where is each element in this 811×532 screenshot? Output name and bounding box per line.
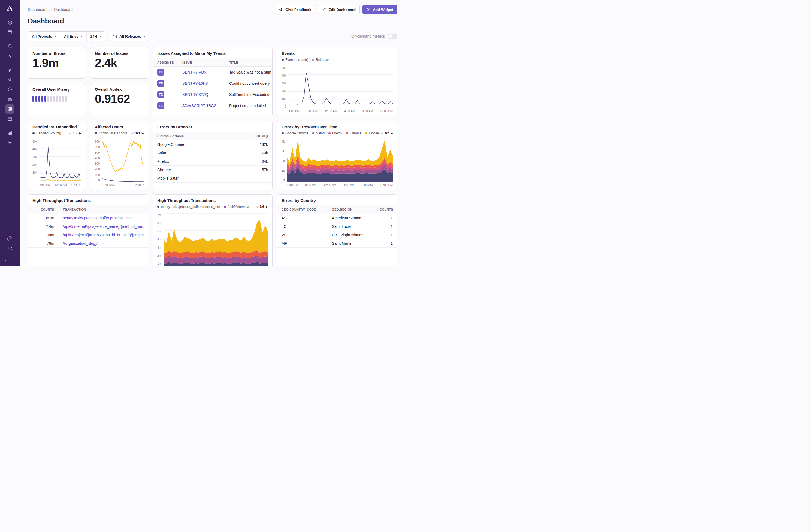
column-header: GEO.REGION xyxy=(327,206,375,214)
project-filter[interactable]: All Projects ▾ xyxy=(28,32,60,41)
transaction-link[interactable]: /api/0/projects/{organization_id_or_slug… xyxy=(63,233,143,237)
issue-link[interactable]: SENTRY-16H8 xyxy=(182,81,208,86)
environment-filter[interactable]: All Envs ▾ xyxy=(60,32,87,41)
legend-label: Google Chrome xyxy=(285,131,308,135)
legend-item[interactable]: sentry.tasks.process_buffer.process_incr xyxy=(157,205,220,209)
legend-item[interactable]: Chrome xyxy=(346,131,362,135)
country-region: U.S. Virgin Islands xyxy=(327,231,375,239)
transaction-link[interactable]: sentry.tasks.process_buffer.process_incr xyxy=(63,216,132,220)
sidebar-item-releases[interactable] xyxy=(5,114,14,123)
pager-prev-icon[interactable]: ◀ xyxy=(380,132,382,135)
legend-item[interactable]: Events : count() xyxy=(281,58,308,62)
legend-item[interactable]: /api/0/internal/r xyxy=(224,205,249,209)
widget-title: High Throughput Transactions xyxy=(32,198,143,203)
issue-link[interactable]: JAVASCRIPT-1BG2 xyxy=(182,104,216,108)
widget-apdex: Overall Apdex 0.9162 xyxy=(90,83,148,116)
country-count: 1 xyxy=(375,231,397,239)
legend-label: Firefox xyxy=(332,131,342,135)
transaction-link[interactable]: /api/0/internal/rpc/{service_name}/{meth… xyxy=(63,224,144,229)
give-feedback-button[interactable]: Give Feedback xyxy=(275,5,315,14)
widget-errors-by-browser-over-time: Errors by Browser Over Time Google Chrom… xyxy=(277,121,397,190)
table-row: 114m /api/0/internal/rpc/{service_name}/… xyxy=(28,223,148,231)
time-range-filter[interactable]: 24H ▾ xyxy=(87,32,105,41)
country-region: Saint Martin xyxy=(327,239,375,248)
pager-prev-icon[interactable]: ◀ xyxy=(69,132,71,135)
legend-item[interactable]: Google Chrome xyxy=(281,131,308,135)
legend-item[interactable]: Known Users : cour xyxy=(95,131,127,135)
table-row: LC Saint Lucia 1 xyxy=(277,223,397,231)
legend-label: Events : count() xyxy=(285,58,308,62)
sidebar-item-performance[interactable] xyxy=(5,51,14,61)
sidebar-item-stats[interactable] xyxy=(5,128,14,137)
legend-label: /api/0/internal/r xyxy=(228,205,249,209)
issue-link[interactable]: SENTRY-32ZQ xyxy=(182,92,208,97)
legend: Handled : count() xyxy=(32,131,69,135)
errors-by-country-table: GEO.COUNTRY_CODE GEO.REGION COUNT() AS A… xyxy=(277,205,397,248)
pager-prev-icon[interactable]: ◀ xyxy=(256,206,258,208)
table-row: Firefox 64k xyxy=(153,157,272,166)
sidebar-item-projects[interactable] xyxy=(5,28,14,37)
sidebar-item-dashboards[interactable] xyxy=(5,104,14,113)
issue-link[interactable]: SENTRY-VD5 xyxy=(182,70,206,74)
legend-item[interactable]: Handled : count() xyxy=(32,131,61,135)
release-filter[interactable]: All Releases ▾ xyxy=(109,32,149,41)
transaction-count: 367m xyxy=(28,214,59,223)
widget-title: Number of Issues xyxy=(95,51,143,56)
broadcast-icon xyxy=(7,246,13,251)
pager-next-icon[interactable]: ▶ xyxy=(391,132,393,135)
transaction-link[interactable]: /{organization_slug}/ xyxy=(63,241,97,246)
sidebar-item-issues[interactable] xyxy=(5,18,14,27)
transaction-count: 114m xyxy=(28,223,59,231)
assignee-avatar: TE xyxy=(157,91,164,98)
add-widget-button[interactable]: Add Widget xyxy=(363,5,397,14)
filter-bar: All Projects ▾ All Envs ▾ 24H ▾ All Rele… xyxy=(28,31,397,41)
megaphone-icon xyxy=(7,77,13,82)
pager-next-icon[interactable]: ▶ xyxy=(142,132,143,135)
sentry-logo[interactable] xyxy=(4,3,16,15)
column-header: ISSUE xyxy=(178,58,225,67)
column-header: COUNT() xyxy=(375,206,397,214)
legend-dot-icon xyxy=(281,132,284,134)
legend-label: Mobile S xyxy=(369,131,380,135)
legend-item[interactable]: Mobile S xyxy=(365,131,380,135)
pager-prev-icon[interactable]: ◀ xyxy=(131,132,133,135)
country-code: LC xyxy=(277,223,327,231)
on-demand-metrics-toggle[interactable] xyxy=(387,33,397,39)
legend-item[interactable]: Firefox xyxy=(328,131,342,135)
sidebar-item-help[interactable]: ? xyxy=(5,234,14,243)
table-row: 367m sentry.tasks.process_buffer.process… xyxy=(28,214,148,223)
issues-table: ASSIGNEE ISSUE TITLE TE SENTRY-VD5 Tag v… xyxy=(153,58,272,111)
sidebar-item-replays[interactable] xyxy=(5,85,14,94)
browser-count: 132k xyxy=(245,140,272,149)
legend: Known Users : cour xyxy=(95,131,131,135)
browser-name: Google Chrome xyxy=(153,140,245,149)
pager-next-icon[interactable]: ▶ xyxy=(266,206,268,208)
sidebar-item-feedback[interactable] xyxy=(5,75,14,84)
table-row: Mobile Safari xyxy=(153,174,272,183)
edit-dashboard-button[interactable]: Edit Dashboard xyxy=(318,5,360,14)
breadcrumb-separator-icon: › xyxy=(51,7,52,12)
browser-name: Mobile Safari xyxy=(153,174,245,183)
pager-next-icon[interactable]: ▶ xyxy=(79,132,81,135)
search-icon xyxy=(7,44,13,49)
widget-grid: Number of Errors 1.9m Number of Issues 2… xyxy=(28,47,397,266)
sidebar-item-crons[interactable] xyxy=(5,94,14,104)
widget-errors-by-country: Errors by Country GEO.COUNTRY_CODE GEO.R… xyxy=(277,194,397,266)
legend-item[interactable]: Releases xyxy=(312,58,330,62)
sidebar-item-alerts[interactable] xyxy=(5,65,14,74)
widget-high-throughput-chart: High Throughput Transactions sentry.task… xyxy=(153,194,273,266)
legend-item[interactable]: Safari xyxy=(312,131,324,135)
on-demand-metrics-label: On-demand metrics xyxy=(351,34,385,39)
sidebar-item-whats-new[interactable] xyxy=(5,244,14,253)
archive-box-icon xyxy=(113,34,117,39)
sidebar-item-settings[interactable] xyxy=(5,138,14,147)
button-label: Add Widget xyxy=(373,7,393,12)
sidebar-item-explore[interactable] xyxy=(5,42,14,51)
legend: Events : count() Releases xyxy=(281,58,393,62)
table-row: Safari 73k xyxy=(153,149,272,157)
breadcrumb-dashboards[interactable]: Dashboards xyxy=(28,7,48,12)
sidebar-collapse[interactable]: › xyxy=(0,256,20,266)
legend-label: Known Users : cour xyxy=(99,131,127,135)
pager-count: 1/3 xyxy=(73,131,77,135)
browser-name: Firefox xyxy=(153,157,245,166)
